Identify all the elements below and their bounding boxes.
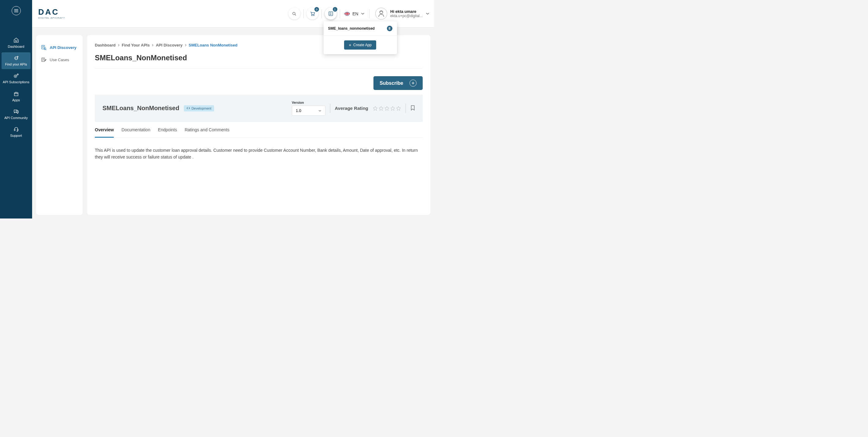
version-select[interactable]: 1.0 [292,106,326,116]
dropdown-item: SME_loans_nonmonetised [323,22,397,36]
chevron-right-icon [152,44,154,47]
checklist-icon [328,11,333,16]
sidebar-item-dashboard[interactable]: Dashboard [2,35,31,51]
subscribe-button[interactable]: Subscribe [373,76,423,90]
create-app-button[interactable]: Create App [344,40,376,50]
tab-overview[interactable]: Overview [95,123,114,138]
sidebar-item-support[interactable]: Support [2,124,31,141]
star-icon [390,106,395,111]
svg-line-19 [295,14,296,16]
svg-rect-22 [329,11,333,16]
plus-icon [349,44,351,47]
overview-description: This API is used to update the customer … [95,138,423,170]
cart-button[interactable]: 0 [306,8,318,20]
svg-point-8 [14,75,17,78]
tabs: Overview Documentation Endpoints Ratings… [95,123,423,138]
sidebar-item-community[interactable]: API Community [2,106,31,123]
chevron-down-icon [426,12,429,15]
notifications-button[interactable]: 1 [325,8,337,20]
secondary-sidebar: API Discovery Use Cases [36,35,83,215]
version-label: Version [292,101,326,104]
search-icon [292,11,297,16]
breadcrumb-dashboard[interactable]: Dashboard [95,43,116,48]
main-sidebar: Dashboard Find your APIs API Subscriptio… [0,0,32,218]
cart-icon [310,11,315,16]
svg-point-9 [15,76,16,77]
svg-line-36 [45,49,46,50]
cart-dropdown: SME_loans_nonmonetised Create App [323,22,397,54]
star-icon [384,106,389,111]
star-rating[interactable] [373,106,401,111]
menu-toggle-button[interactable] [11,6,21,15]
version-value: 1.0 [296,108,301,113]
header-divider [321,9,322,18]
star-icon [396,106,401,111]
language-selector[interactable]: EN [343,11,366,16]
home-icon [13,37,19,43]
user-menu[interactable]: Hi ekta umare ekta.u+pc@digital... [372,8,429,20]
user-greeting: Hi ekta umare [390,9,423,14]
notif-badge: 1 [333,7,337,11]
api-icon [13,55,19,61]
avatar [375,8,387,20]
api-header-box: SMELoans_NonMonetised Development Versio… [95,94,423,122]
svg-rect-12 [14,93,18,96]
headset-icon [13,126,19,133]
bookmark-button[interactable] [410,105,415,111]
chevron-down-icon [361,12,365,15]
hamburger-icon [14,9,18,12]
main-panel: Dashboard Find Your APIs API Discovery S… [87,35,430,215]
top-header: DAC DIGITAL APICRAFT 0 1 EN [32,0,434,28]
sidebar-label-support: Support [10,134,22,138]
flag-icon [344,12,350,16]
header-divider [340,9,340,18]
sidebar-label-dashboard: Dashboard [8,45,25,49]
breadcrumb-find-apis[interactable]: Find Your APIs [122,43,150,48]
search-button[interactable] [288,8,300,20]
sidebar-item-subscriptions[interactable]: API Subscriptions [2,70,31,87]
brand-tagline: DIGITAL APICRAFT [38,17,65,19]
rating-label: Average Rating [335,106,368,111]
trash-icon [388,27,391,30]
svg-point-3 [15,40,16,41]
sidebar-label-community: API Community [4,116,28,120]
code-icon [187,107,190,110]
star-icon [373,106,378,111]
gear-link-icon [13,73,19,79]
subscribe-label: Subscribe [379,81,403,86]
sidebar-item-apps[interactable]: Apps [2,88,31,105]
sec-item-use-cases[interactable]: Use Cases [36,54,83,66]
sec-item-api-discovery[interactable]: API Discovery [36,41,83,54]
tab-documentation[interactable]: Documentation [121,123,150,138]
breadcrumb-current: SMELoans NonMonetised [189,43,238,48]
sidebar-item-find-apis[interactable]: Find your APIs [2,52,31,69]
star-icon [379,106,383,111]
svg-point-7 [17,56,18,57]
create-app-label: Create App [353,43,372,47]
badge-label: Development [191,107,211,110]
sec-label-use-cases: Use Cases [50,58,69,62]
plus-circle-icon [409,80,416,87]
user-email: ekta.u+pc@digital... [390,14,423,18]
breadcrumb-discovery[interactable]: API Discovery [156,43,182,48]
brand-name: DAC [38,8,65,16]
lang-label: EN [352,11,358,16]
delete-item-button[interactable] [387,26,393,31]
brand-logo[interactable]: DAC DIGITAL APICRAFT [38,8,65,19]
svg-point-10 [17,74,18,75]
sidebar-label-find-apis: Find your APIs [5,62,27,66]
svg-point-20 [312,15,313,16]
tab-endpoints[interactable]: Endpoints [158,123,177,138]
sidebar-label-subscriptions: API Subscriptions [3,80,29,84]
svg-point-21 [313,15,314,16]
tab-ratings[interactable]: Ratings and Comments [185,123,229,138]
svg-point-18 [293,12,295,15]
version-section: Version 1.0 [292,101,326,116]
page-title: SMELoans_NonMonetised [95,54,423,68]
svg-line-11 [17,75,18,76]
use-cases-icon [41,57,47,63]
svg-point-4 [17,40,17,41]
discovery-icon [41,45,47,51]
person-icon [377,10,385,18]
bookmark-icon [410,105,415,111]
